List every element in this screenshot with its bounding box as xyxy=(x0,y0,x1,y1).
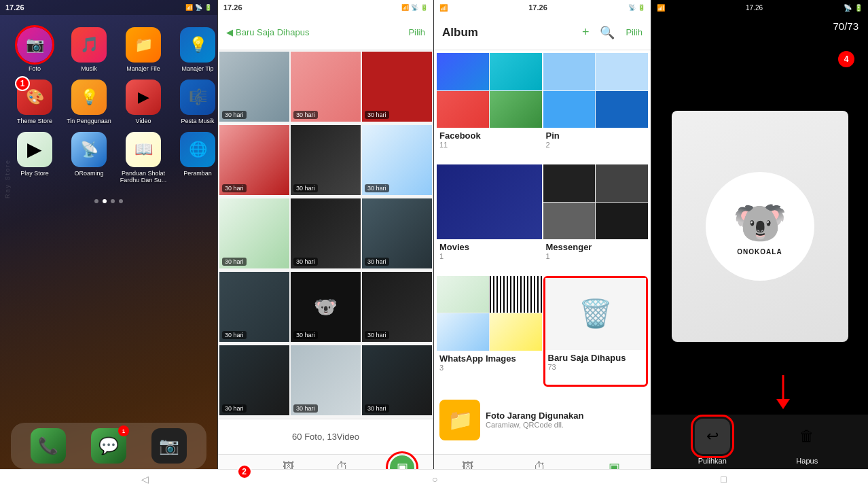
app-foto[interactable]: 📷 Foto xyxy=(11,27,58,73)
album-movies[interactable]: Movies 1 xyxy=(437,164,542,275)
days-label-14: 30 hari xyxy=(365,404,389,413)
deleted-thumb-bear[interactable]: 🐨 30 hari xyxy=(291,272,361,342)
messages-dock-icon[interactable]: 💬 1 xyxy=(91,428,126,464)
days-label-13: 30 hari xyxy=(293,404,318,413)
deleted-thumb-9[interactable]: 30 hari xyxy=(362,198,432,268)
facebook-thumb xyxy=(437,53,542,128)
roaming-label: ORoaming xyxy=(74,170,103,177)
deleted-thumb-5[interactable]: 30 hari xyxy=(291,125,361,195)
koala-brand-text: ONOKOALA xyxy=(737,248,782,256)
svg-marker-1 xyxy=(776,399,790,409)
back-button[interactable]: ◀ Baru Saja Dihapus xyxy=(226,27,309,37)
album-facebook[interactable]: Facebook 11 xyxy=(437,53,542,163)
add-album-icon[interactable]: + xyxy=(582,25,590,39)
deleted-thumb-8[interactable]: 30 hari xyxy=(291,198,361,268)
mantip-label: Manajer Tip xyxy=(181,65,213,73)
manfile-icon-wrap: 📁 xyxy=(126,27,161,63)
delete-icon: 🗑 xyxy=(799,428,814,445)
days-label-7: 30 hari xyxy=(222,258,247,266)
count-info: 60 Foto, 13Video xyxy=(292,432,359,442)
delete-action[interactable]: 🗑 Hapus xyxy=(789,419,825,465)
pesta-icon-wrap: 🎼 xyxy=(180,80,215,115)
messenger-mini-1 xyxy=(543,164,596,202)
restore-time: 17.26 xyxy=(746,4,763,12)
search-album-icon[interactable]: 🔍 xyxy=(600,25,615,40)
album-whatsapp[interactable]: WhatsApp Images 3 xyxy=(437,276,542,387)
restore-panel: 📶 17.26 📡 🔋 70/73 4 🐨 ONOKOALA xyxy=(651,0,868,488)
album-back-btn[interactable]: ◁ xyxy=(141,474,149,485)
album-pin[interactable]: Pin 2 xyxy=(543,53,649,163)
album-trash[interactable]: 🗑️ Baru Saja Dihapus 73 xyxy=(543,276,649,387)
restore-icon: ↩ xyxy=(706,428,719,445)
pin-name: Pin xyxy=(546,130,646,141)
whatsapp-count: 3 xyxy=(439,364,539,372)
album-home-btn[interactable]: ○ xyxy=(432,474,437,485)
product-bag: 🐨 ONOKOALA xyxy=(672,111,848,342)
battery-deleted: 🔋 xyxy=(420,4,428,11)
select-button[interactable]: Pilih xyxy=(408,27,425,37)
arrow-to-restore xyxy=(773,375,793,409)
time-album: 17.26 xyxy=(528,3,547,12)
phone-dock-icon[interactable]: 📞 xyxy=(31,428,66,464)
deleted-photos-grid: 30 hari 30 hari 30 hari 30 hari 30 hari … xyxy=(218,50,433,419)
deleted-thumb-3[interactable]: 30 hari xyxy=(362,52,432,122)
deleted-thumb-14[interactable]: 30 hari xyxy=(362,345,432,415)
app-musik[interactable]: 🎵 Musik xyxy=(65,27,113,73)
deleted-thumb-4[interactable]: 30 hari xyxy=(219,125,289,195)
back-arrow-icon: ◀ xyxy=(226,27,233,37)
shalat-icon-wrap: 📖 xyxy=(126,132,161,167)
wa-mini-2 xyxy=(490,276,542,313)
album-recent-btn[interactable]: □ xyxy=(721,474,726,485)
restore-battery: 🔋 xyxy=(854,4,863,12)
rarely-thumb: 📁 xyxy=(439,400,480,440)
delete-button[interactable]: 🗑 xyxy=(789,419,825,454)
pin-count: 2 xyxy=(546,141,646,149)
restore-action[interactable]: ↩ Pulihkan xyxy=(695,419,730,465)
album-actions: + 🔍 Pilih xyxy=(582,25,643,40)
days-label-1: 30 hari xyxy=(222,111,247,119)
deleted-thumb-13[interactable]: 30 hari xyxy=(291,345,361,415)
movies-info: Movies 1 xyxy=(437,239,542,263)
koala-logo: 🐨 ONOKOALA xyxy=(706,172,814,281)
wifi-deleted: 📡 xyxy=(411,4,418,11)
app-browser[interactable]: 🌐 Peramban xyxy=(174,132,221,185)
deleted-thumb-6[interactable]: 30 hari xyxy=(362,125,432,195)
deleted-thumb-11[interactable]: 30 hari xyxy=(362,272,432,342)
deleted-thumb-2[interactable]: 30 hari xyxy=(291,52,361,122)
step1-circle: 1 xyxy=(15,76,30,91)
wifi-icon: 📡 xyxy=(195,4,202,11)
signal-album: 📶 xyxy=(439,4,448,12)
koala-face-emoji: 🐨 xyxy=(733,197,787,248)
fb-mini-2 xyxy=(490,53,542,90)
deleted-thumb-7[interactable]: 30 hari xyxy=(219,198,289,268)
pin-mini-2 xyxy=(596,53,648,90)
trash-name: Baru Saja Dihapus xyxy=(548,353,644,363)
battery-icon: 🔋 xyxy=(204,4,212,11)
restore-signal: 📶 xyxy=(657,4,665,12)
app-video[interactable]: ▶ Video xyxy=(120,80,167,125)
album-messenger[interactable]: Messenger 1 xyxy=(543,164,649,275)
days-label-9: 30 hari xyxy=(365,258,389,266)
bottom-dock: 📞 💬 1 📷 xyxy=(11,423,206,469)
album-rarely-used[interactable]: 📁 Foto Jarang Digunakan Caramiaw, QRCode… xyxy=(437,388,648,451)
app-play[interactable]: ▶ Play Store xyxy=(11,132,58,185)
album-select-button[interactable]: Pilih xyxy=(626,27,643,37)
deleted-thumb-1[interactable]: 30 hari xyxy=(219,52,289,122)
rarely-name: Foto Jarang Digunakan xyxy=(486,411,583,421)
app-pintar[interactable]: 💡 Tin Penggunaan xyxy=(65,80,113,125)
app-manajer-tip[interactable]: 💡 Manajer Tip xyxy=(174,27,221,73)
app-manajer-file[interactable]: 📁 Manajer File xyxy=(120,27,167,73)
app-roaming[interactable]: 📡 ORoaming xyxy=(65,132,113,185)
pintar-icon-wrap: 💡 xyxy=(71,80,107,115)
app-shalat[interactable]: 📖 Panduan Sholat Fardhu Dan Su... xyxy=(120,132,167,185)
restore-button[interactable]: ↩ xyxy=(695,419,730,454)
app-pesta[interactable]: 🎼 Pesta Musik xyxy=(174,80,221,125)
deleted-thumb-12[interactable]: 30 hari xyxy=(219,345,289,415)
restore-status-bar: 📶 17.26 📡 🔋 xyxy=(651,0,868,15)
home-screen-panel: 17.26 📶 📡 🔋 1 📷 Foto 🎵 Musik 📁 Manajer F… xyxy=(0,0,217,488)
dot-1 xyxy=(94,199,98,203)
pintar-label: Tin Penggunaan xyxy=(67,118,111,125)
video-icon-wrap: ▶ xyxy=(126,80,161,115)
camera-dock-icon[interactable]: 📷 xyxy=(151,428,187,464)
deleted-thumb-10[interactable]: 30 hari xyxy=(219,272,289,342)
